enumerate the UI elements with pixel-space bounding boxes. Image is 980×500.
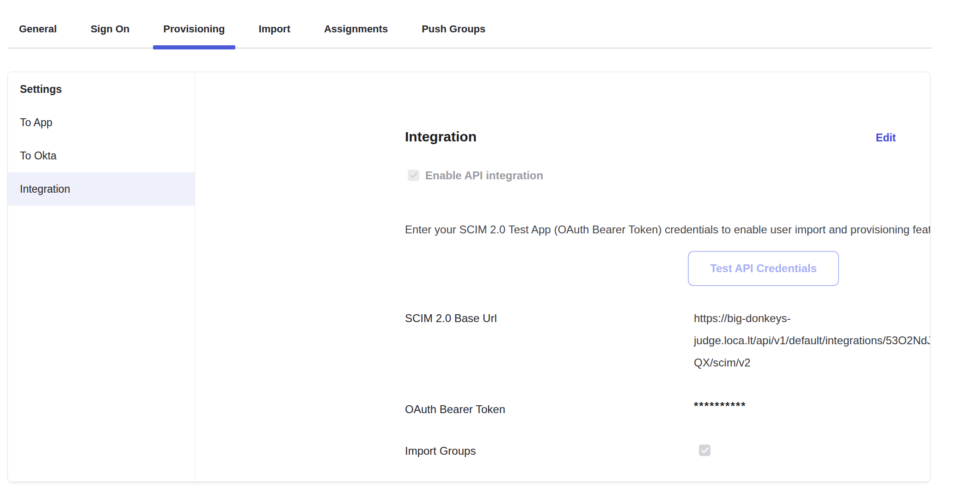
sidebar-heading: Settings bbox=[8, 73, 195, 106]
tab-assignments[interactable]: Assignments bbox=[314, 18, 398, 49]
tab-label: Sign On bbox=[91, 23, 129, 35]
sidebar-item-to-okta[interactable]: To Okta bbox=[8, 139, 195, 172]
sidebar-heading-label: Settings bbox=[20, 83, 62, 96]
sidebar-item-to-app[interactable]: To App bbox=[8, 106, 195, 139]
import-groups-checkbox[interactable] bbox=[699, 445, 710, 456]
tab-sign-on[interactable]: Sign On bbox=[80, 18, 140, 49]
enable-api-label: Enable API integration bbox=[425, 170, 543, 181]
tab-label: General bbox=[19, 23, 57, 35]
tab-label: Assignments bbox=[324, 23, 388, 35]
enable-api-row: Enable API integration bbox=[408, 170, 543, 181]
tab-push-groups[interactable]: Push Groups bbox=[411, 18, 496, 49]
enable-api-checkbox[interactable] bbox=[408, 170, 419, 181]
test-api-credentials-button[interactable]: Test API Credentials bbox=[688, 251, 839, 286]
credentials-description: Enter your SCIM 2.0 Test App (OAuth Bear… bbox=[405, 222, 931, 238]
tab-label: Push Groups bbox=[422, 23, 485, 35]
tab-import[interactable]: Import bbox=[249, 18, 300, 49]
integration-panel: Integration Edit Enable API integration … bbox=[195, 72, 930, 482]
active-tab-underline bbox=[153, 45, 235, 49]
sidebar-item-label: Integration bbox=[20, 183, 70, 195]
tab-general[interactable]: General bbox=[9, 18, 67, 49]
provisioning-settings-card: Settings To App To Okta Integration Inte… bbox=[7, 72, 931, 482]
edit-link[interactable]: Edit bbox=[876, 130, 896, 145]
checkmark-icon bbox=[410, 172, 417, 178]
scim-base-url-value: https://big-donkeys- judge.loca.lt/api/v… bbox=[694, 307, 931, 374]
field-label-oauth-bearer-token: OAuth Bearer Token bbox=[405, 402, 505, 417]
oauth-bearer-token-value: ********** bbox=[694, 398, 746, 414]
field-label-import-groups: Import Groups bbox=[405, 443, 476, 458]
tab-provisioning[interactable]: Provisioning bbox=[153, 18, 235, 49]
sidebar-item-label: To Okta bbox=[20, 150, 56, 162]
field-label-scim-base-url: SCIM 2.0 Base Url bbox=[405, 311, 497, 326]
url-line: QX/scim/v2 bbox=[694, 352, 931, 374]
sidebar-item-integration[interactable]: Integration bbox=[8, 172, 195, 206]
url-line: judge.loca.lt/api/v1/default/integration… bbox=[694, 329, 931, 352]
app-tabbar: General Sign On Provisioning Import Assi… bbox=[9, 18, 496, 49]
url-line: https://big-donkeys- bbox=[694, 307, 931, 329]
tab-label: Provisioning bbox=[163, 23, 225, 35]
settings-sidebar: Settings To App To Okta Integration bbox=[8, 72, 195, 482]
checkmark-icon bbox=[701, 447, 709, 453]
panel-title: Integration bbox=[405, 127, 477, 146]
tab-label: Import bbox=[259, 23, 290, 35]
sidebar-item-label: To App bbox=[20, 116, 52, 129]
